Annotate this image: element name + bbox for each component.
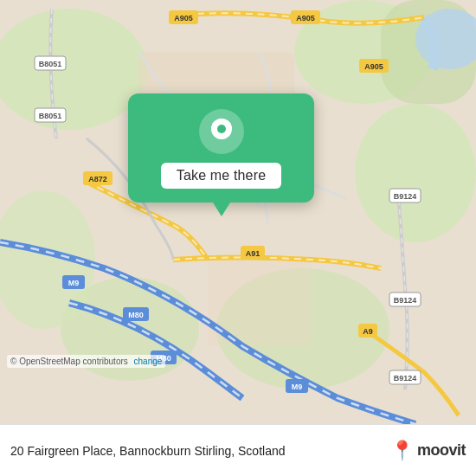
svg-text:M9: M9 bbox=[292, 383, 303, 391]
svg-text:B8051: B8051 bbox=[39, 60, 62, 68]
svg-text:A872: A872 bbox=[88, 175, 107, 183]
osm-attribution: © OpenStreetMap contributors change bbox=[7, 355, 165, 368]
popup-card: Take me there bbox=[128, 93, 314, 203]
svg-text:M80: M80 bbox=[128, 311, 144, 319]
svg-text:B8051: B8051 bbox=[39, 112, 62, 120]
svg-text:A9: A9 bbox=[363, 327, 373, 336]
take-me-there-button[interactable]: Take me there bbox=[161, 163, 281, 189]
map-container: A905 A905 B8051 B8051 A872 M9 M9 M80 M80… bbox=[0, 0, 476, 424]
svg-text:B9124: B9124 bbox=[394, 374, 417, 383]
svg-text:A905: A905 bbox=[174, 14, 193, 23]
svg-text:A905: A905 bbox=[364, 62, 383, 71]
bottom-bar: 20 Fairgreen Place, Bannockburn Stirling… bbox=[0, 424, 476, 476]
svg-text:A905: A905 bbox=[296, 14, 315, 23]
svg-text:B9124: B9124 bbox=[394, 192, 417, 201]
moovit-logo: 📍 moovit bbox=[390, 440, 466, 462]
svg-text:B9124: B9124 bbox=[394, 296, 417, 305]
svg-point-3 bbox=[355, 104, 476, 242]
change-link[interactable]: change bbox=[134, 357, 163, 366]
svg-text:M9: M9 bbox=[68, 279, 80, 287]
location-pin-icon bbox=[199, 109, 244, 154]
address-text: 20 Fairgreen Place, Bannockburn Stirling… bbox=[10, 444, 390, 458]
svg-text:A91: A91 bbox=[246, 249, 261, 258]
moovit-pin-icon: 📍 bbox=[390, 440, 414, 462]
svg-point-43 bbox=[217, 125, 226, 133]
moovit-brand-text: moovit bbox=[417, 441, 466, 460]
